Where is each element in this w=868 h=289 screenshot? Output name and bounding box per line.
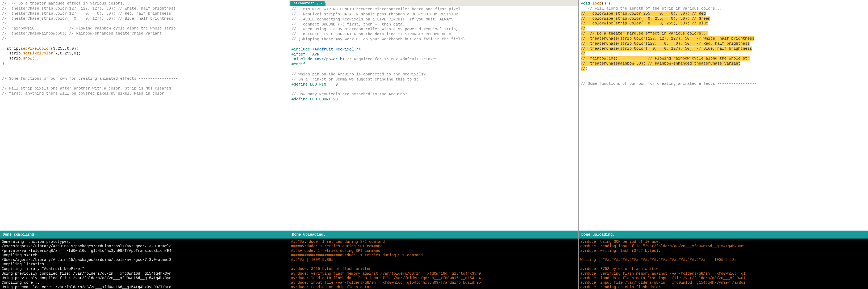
arduino-ide-window-2: void loop() { // Fill along the length o…	[579, 0, 868, 289]
code-editor[interactable]: // - MINIMIZE WIRING LENGTH between micr…	[289, 6, 579, 230]
code-editor[interactable]: void loop() { // Fill along the length o…	[579, 0, 868, 230]
arduino-ide-window-1: strandtest § // - MINIMIZE WIRING LENGTH…	[289, 0, 579, 289]
tab-bar: strandtest §	[289, 0, 579, 6]
output-console[interactable]: #####avrdude: 1 retries during SPI comma…	[289, 239, 579, 289]
status-bar: Done compiling.	[0, 230, 289, 239]
output-console[interactable]: avrdude: Using SCK period of 10 usec avr…	[579, 239, 868, 289]
tab-strandtest[interactable]: strandtest §	[290, 1, 326, 6]
status-bar: Done uploading.	[289, 230, 579, 239]
code-editor[interactable]: // // Do a theater marquee effect in var…	[0, 0, 289, 230]
output-console[interactable]: Generating function prototypes... /Users…	[0, 239, 289, 289]
arduino-ide-window-0: // // Do a theater marquee effect in var…	[0, 0, 289, 289]
status-bar: Done uploading.	[579, 230, 868, 239]
